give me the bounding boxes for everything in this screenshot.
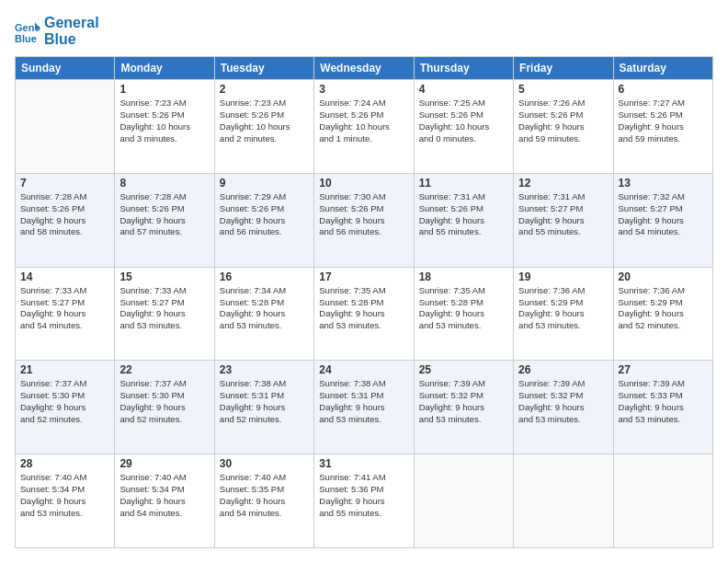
day-info: Sunrise: 7:40 AM Sunset: 5:34 PM Dayligh… [119, 472, 209, 519]
calendar-cell: 14Sunrise: 7:33 AM Sunset: 5:27 PM Dayli… [16, 267, 115, 361]
day-info: Sunrise: 7:30 AM Sunset: 5:26 PM Dayligh… [319, 191, 408, 238]
day-number: 4 [419, 83, 508, 96]
day-number: 15 [119, 270, 209, 283]
day-info: Sunrise: 7:39 AM Sunset: 5:32 PM Dayligh… [518, 378, 608, 425]
day-number: 22 [119, 363, 209, 376]
calendar-cell: 7Sunrise: 7:28 AM Sunset: 5:26 PM Daylig… [16, 173, 115, 267]
day-info: Sunrise: 7:28 AM Sunset: 5:26 PM Dayligh… [20, 191, 109, 238]
day-number: 31 [319, 457, 408, 470]
calendar-cell [613, 454, 712, 548]
day-info: Sunrise: 7:23 AM Sunset: 5:26 PM Dayligh… [220, 98, 309, 144]
day-number: 30 [220, 457, 309, 470]
day-number: 13 [619, 177, 708, 190]
day-number: 7 [20, 177, 109, 190]
calendar-cell: 10Sunrise: 7:30 AM Sunset: 5:26 PM Dayli… [314, 173, 414, 267]
day-info: Sunrise: 7:40 AM Sunset: 5:34 PM Dayligh… [20, 472, 109, 519]
day-info: Sunrise: 7:37 AM Sunset: 5:30 PM Dayligh… [119, 378, 209, 425]
day-number: 29 [119, 457, 209, 470]
week-row-1: 1Sunrise: 7:23 AM Sunset: 5:26 PM Daylig… [16, 80, 713, 174]
day-info: Sunrise: 7:41 AM Sunset: 5:36 PM Dayligh… [319, 472, 408, 519]
day-info: Sunrise: 7:39 AM Sunset: 5:32 PM Dayligh… [419, 378, 508, 425]
day-number: 25 [419, 363, 508, 376]
weekday-saturday: Saturday [613, 57, 712, 80]
calendar-cell: 15Sunrise: 7:33 AM Sunset: 5:27 PM Dayli… [115, 267, 214, 361]
day-number: 23 [220, 363, 309, 376]
day-info: Sunrise: 7:29 AM Sunset: 5:26 PM Dayligh… [220, 191, 309, 238]
calendar-cell: 26Sunrise: 7:39 AM Sunset: 5:32 PM Dayli… [514, 361, 613, 454]
day-number: 8 [119, 177, 209, 190]
day-number: 24 [319, 363, 408, 376]
day-info: Sunrise: 7:39 AM Sunset: 5:33 PM Dayligh… [619, 378, 708, 425]
calendar-cell: 23Sunrise: 7:38 AM Sunset: 5:31 PM Dayli… [214, 361, 313, 454]
calendar-cell: 2Sunrise: 7:23 AM Sunset: 5:26 PM Daylig… [214, 80, 313, 174]
day-number: 1 [119, 83, 209, 96]
weekday-tuesday: Tuesday [214, 57, 313, 80]
day-info: Sunrise: 7:35 AM Sunset: 5:28 PM Dayligh… [319, 285, 408, 332]
day-info: Sunrise: 7:28 AM Sunset: 5:26 PM Dayligh… [119, 191, 209, 238]
calendar-cell: 6Sunrise: 7:27 AM Sunset: 5:26 PM Daylig… [613, 80, 712, 174]
calendar-cell: 8Sunrise: 7:28 AM Sunset: 5:26 PM Daylig… [115, 173, 214, 267]
calendar-cell: 21Sunrise: 7:37 AM Sunset: 5:30 PM Dayli… [16, 361, 115, 454]
logo-blue: Blue [44, 31, 99, 48]
weekday-sunday: Sunday [16, 57, 115, 80]
day-info: Sunrise: 7:31 AM Sunset: 5:26 PM Dayligh… [419, 191, 508, 238]
day-number: 9 [220, 177, 309, 190]
day-info: Sunrise: 7:23 AM Sunset: 5:26 PM Dayligh… [119, 98, 209, 144]
calendar-cell: 25Sunrise: 7:39 AM Sunset: 5:32 PM Dayli… [414, 361, 513, 454]
day-number: 16 [220, 270, 309, 283]
day-info: Sunrise: 7:34 AM Sunset: 5:28 PM Dayligh… [220, 285, 309, 332]
svg-text:Blue: Blue [15, 33, 37, 44]
weekday-wednesday: Wednesday [314, 57, 414, 80]
week-row-3: 14Sunrise: 7:33 AM Sunset: 5:27 PM Dayli… [16, 267, 713, 361]
day-info: Sunrise: 7:33 AM Sunset: 5:27 PM Dayligh… [119, 285, 209, 332]
day-info: Sunrise: 7:40 AM Sunset: 5:35 PM Dayligh… [220, 472, 309, 519]
weekday-monday: Monday [115, 57, 214, 80]
day-number: 2 [220, 83, 309, 96]
calendar-cell [16, 80, 115, 174]
calendar-cell: 22Sunrise: 7:37 AM Sunset: 5:30 PM Dayli… [115, 361, 214, 454]
day-info: Sunrise: 7:25 AM Sunset: 5:26 PM Dayligh… [419, 98, 508, 144]
day-number: 21 [20, 363, 109, 376]
day-number: 28 [20, 457, 109, 470]
calendar-cell: 11Sunrise: 7:31 AM Sunset: 5:26 PM Dayli… [414, 173, 513, 267]
day-info: Sunrise: 7:38 AM Sunset: 5:31 PM Dayligh… [319, 378, 408, 425]
weekday-friday: Friday [514, 57, 613, 80]
day-number: 5 [518, 83, 608, 96]
day-number: 18 [419, 270, 508, 283]
header: General Blue General Blue [15, 15, 713, 47]
calendar-cell [414, 454, 513, 548]
day-info: Sunrise: 7:36 AM Sunset: 5:29 PM Dayligh… [518, 285, 608, 332]
logo-icon: General Blue [15, 18, 40, 44]
calendar-cell: 29Sunrise: 7:40 AM Sunset: 5:34 PM Dayli… [115, 454, 214, 548]
calendar-cell: 28Sunrise: 7:40 AM Sunset: 5:34 PM Dayli… [16, 454, 115, 548]
day-info: Sunrise: 7:26 AM Sunset: 5:26 PM Dayligh… [518, 98, 608, 144]
week-row-4: 21Sunrise: 7:37 AM Sunset: 5:30 PM Dayli… [16, 361, 713, 454]
calendar-cell: 17Sunrise: 7:35 AM Sunset: 5:28 PM Dayli… [314, 267, 414, 361]
calendar-cell: 20Sunrise: 7:36 AM Sunset: 5:29 PM Dayli… [613, 267, 712, 361]
calendar-cell: 31Sunrise: 7:41 AM Sunset: 5:36 PM Dayli… [314, 454, 414, 548]
day-number: 19 [518, 270, 608, 283]
day-number: 6 [619, 83, 708, 96]
day-info: Sunrise: 7:37 AM Sunset: 5:30 PM Dayligh… [20, 378, 109, 425]
day-info: Sunrise: 7:36 AM Sunset: 5:29 PM Dayligh… [619, 285, 708, 332]
calendar-cell: 3Sunrise: 7:24 AM Sunset: 5:26 PM Daylig… [314, 80, 414, 174]
day-number: 14 [20, 270, 109, 283]
day-info: Sunrise: 7:32 AM Sunset: 5:27 PM Dayligh… [619, 191, 708, 238]
calendar-cell: 24Sunrise: 7:38 AM Sunset: 5:31 PM Dayli… [314, 361, 414, 454]
weekday-thursday: Thursday [414, 57, 513, 80]
calendar-cell: 5Sunrise: 7:26 AM Sunset: 5:26 PM Daylig… [514, 80, 613, 174]
calendar-cell: 1Sunrise: 7:23 AM Sunset: 5:26 PM Daylig… [115, 80, 214, 174]
day-info: Sunrise: 7:33 AM Sunset: 5:27 PM Dayligh… [20, 285, 109, 332]
day-number: 10 [319, 177, 408, 190]
weekday-header-row: SundayMondayTuesdayWednesdayThursdayFrid… [16, 57, 713, 80]
calendar-cell: 27Sunrise: 7:39 AM Sunset: 5:33 PM Dayli… [613, 361, 712, 454]
day-number: 20 [619, 270, 708, 283]
page: General Blue General Blue SundayMondayTu… [0, 0, 728, 563]
calendar-table: SundayMondayTuesdayWednesdayThursdayFrid… [15, 56, 713, 548]
logo-general: General [44, 15, 99, 31]
calendar-cell: 19Sunrise: 7:36 AM Sunset: 5:29 PM Dayli… [514, 267, 613, 361]
day-number: 12 [518, 177, 608, 190]
day-number: 11 [419, 177, 508, 190]
day-number: 26 [518, 363, 608, 376]
calendar-cell: 12Sunrise: 7:31 AM Sunset: 5:27 PM Dayli… [514, 173, 613, 267]
